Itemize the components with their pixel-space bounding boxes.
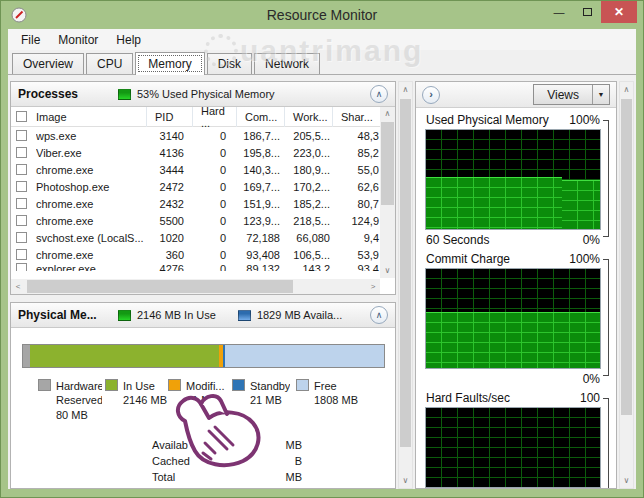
- process-cell: 180,9...: [282, 164, 332, 176]
- physical-memory-header[interactable]: Physical Me... 2146 MB In Use 1829 MB Av…: [11, 303, 395, 328]
- processes-title: Processes: [18, 87, 118, 101]
- left-pane-scroll-track[interactable]: [399, 97, 412, 473]
- table-vscroll-track[interactable]: [380, 121, 395, 264]
- chart-fill-segment: [562, 180, 600, 230]
- column-header-pid[interactable]: PID: [147, 107, 193, 127]
- processes-header[interactable]: Processes 53% Used Physical Memory ∧: [11, 82, 395, 107]
- process-cell: 123,9...: [232, 215, 282, 227]
- window-body: FileMonitorHelp OverviewCPUMemoryDiskNet…: [8, 29, 636, 489]
- column-header-shar[interactable]: Shar...: [333, 107, 380, 127]
- chart-pane-header: › Views ▼: [416, 82, 616, 108]
- bar-segment-free: [225, 345, 384, 367]
- process-row-chrome-exe[interactable]: chrome.exe24320151,9...185,2...80,7: [11, 195, 380, 212]
- menu-file[interactable]: File: [12, 31, 49, 49]
- main-area: Processes 53% Used Physical Memory ∧ Ima…: [8, 75, 636, 489]
- process-cell: 48,3: [332, 130, 380, 142]
- table-hscroll-track[interactable]: [25, 279, 366, 294]
- expand-chart-pane-button[interactable]: ›: [422, 86, 440, 104]
- collapse-physical-memory-button[interactable]: ∧: [370, 306, 388, 324]
- process-cell: 2472: [148, 181, 192, 193]
- row-checkbox[interactable]: [16, 249, 27, 260]
- process-cell: 66,080: [282, 232, 332, 244]
- tab-disk[interactable]: Disk: [207, 53, 252, 74]
- row-checkbox[interactable]: [16, 130, 27, 141]
- scroll-down-icon[interactable]: ∨: [380, 264, 395, 278]
- scroll-down-icon[interactable]: ∨: [399, 473, 412, 488]
- views-button[interactable]: Views ▼: [533, 84, 610, 105]
- views-dropdown-icon[interactable]: ▼: [592, 85, 609, 104]
- table-hscroll-thumb[interactable]: [27, 280, 293, 293]
- row-checkbox[interactable]: [16, 181, 27, 192]
- left-pane-scrollbar[interactable]: ∧ ∨: [398, 81, 413, 489]
- legend-value: 1808 MB: [314, 393, 358, 407]
- process-row-chrome-exe[interactable]: chrome.exe360093,408106,5...53,9: [11, 246, 380, 263]
- process-row-explorer-exe[interactable]: explorer.exe4276089,132143,293,4: [11, 263, 380, 271]
- legend-swatch-in-use: [105, 379, 118, 391]
- process-cell: 0: [192, 263, 232, 271]
- close-button[interactable]: ✕: [601, 1, 637, 23]
- row-checkbox[interactable]: [16, 147, 27, 158]
- charts-container: Used Physical Memory100%60 Seconds0%Comm…: [416, 108, 616, 488]
- process-cell: 170,2...: [282, 181, 332, 193]
- table-horizontal-scrollbar[interactable]: < >: [11, 279, 380, 294]
- process-cell: 140,3...: [232, 164, 282, 176]
- used-memory-status-label: 53% Used Physical Memory: [137, 88, 275, 100]
- process-row-photoshop-exe[interactable]: Photoshop.exe24720169,7...170,2...62,6: [11, 178, 380, 195]
- chart-title: Hard Faults/sec: [426, 391, 580, 405]
- menu-help[interactable]: Help: [107, 31, 150, 49]
- process-row-chrome-exe[interactable]: chrome.exe34440140,3...180,9...55,0: [11, 161, 380, 178]
- chart-scale-bracket: [603, 398, 609, 488]
- minimize-button[interactable]: —: [545, 1, 573, 23]
- process-cell: 53,9: [332, 249, 380, 261]
- table-vscroll-thumb[interactable]: [381, 122, 394, 205]
- process-cell: 9,4: [332, 232, 380, 244]
- tab-memory[interactable]: Memory: [135, 52, 204, 75]
- process-name: Photoshop.exe: [36, 181, 148, 193]
- in-use-icon: [118, 310, 131, 321]
- scroll-right-icon[interactable]: >: [366, 279, 380, 294]
- process-name: explorer.exe: [36, 263, 148, 271]
- chart-pane-scroll-track[interactable]: [620, 97, 633, 473]
- column-header-image[interactable]: Image: [11, 107, 147, 127]
- left-column: Processes 53% Used Physical Memory ∧ Ima…: [10, 81, 396, 489]
- title-bar[interactable]: Resource Monitor — ✕: [1, 1, 643, 29]
- table-vertical-scrollbar[interactable]: ∧ ∨: [380, 107, 395, 278]
- chart-pane-scrollbar[interactable]: ∧ ∨: [619, 81, 634, 489]
- collapse-processes-button[interactable]: ∧: [370, 85, 388, 103]
- process-row-wps-exe[interactable]: wps.exe31400186,7...205,5...48,3: [11, 127, 380, 144]
- process-name: chrome.exe: [36, 215, 148, 227]
- chart-pane-scroll-thumb[interactable]: [621, 99, 632, 415]
- process-row-viber-exe[interactable]: Viber.exe41360195,8...223,0...85,2: [11, 144, 380, 161]
- scroll-up-icon[interactable]: ∧: [399, 82, 412, 97]
- process-name: chrome.exe: [36, 164, 148, 176]
- process-row-svchost-exe-locals[interactable]: svchost.exe (LocalS...1020072,18866,0809…: [11, 229, 380, 246]
- left-pane-scroll-thumb[interactable]: [400, 99, 411, 447]
- process-cell: 143,2: [282, 263, 332, 271]
- select-all-checkbox[interactable]: [16, 111, 27, 122]
- scroll-up-icon[interactable]: ∧: [380, 107, 395, 121]
- scroll-up-icon[interactable]: ∧: [620, 82, 633, 97]
- tab-overview[interactable]: Overview: [12, 53, 84, 74]
- menu-monitor[interactable]: Monitor: [49, 31, 107, 49]
- legend-swatch-hardware-reserved: [38, 379, 51, 391]
- row-checkbox[interactable]: [16, 263, 27, 271]
- row-checkbox[interactable]: [16, 198, 27, 209]
- scroll-left-icon[interactable]: <: [11, 279, 25, 294]
- chart-x-label: 60 Seconds: [426, 233, 583, 247]
- process-row-chrome-exe[interactable]: chrome.exe55000123,9...218,5...124,9: [11, 212, 380, 229]
- column-header-hard[interactable]: Hard ...: [193, 107, 237, 127]
- column-label: Image: [36, 111, 67, 123]
- column-header-work[interactable]: Work...: [285, 107, 333, 127]
- process-cell: 169,7...: [232, 181, 282, 193]
- chart-fill: [426, 130, 600, 229]
- row-checkbox[interactable]: [16, 215, 27, 226]
- views-button-label[interactable]: Views: [534, 85, 592, 104]
- column-header-com[interactable]: Com...: [237, 107, 285, 127]
- tab-cpu[interactable]: CPU: [86, 53, 133, 74]
- row-checkbox[interactable]: [16, 232, 27, 243]
- legend-free: Free1808 MB: [296, 379, 358, 422]
- maximize-button[interactable]: [573, 1, 601, 23]
- row-checkbox[interactable]: [16, 164, 27, 175]
- tab-network[interactable]: Network: [254, 53, 320, 74]
- scroll-down-icon[interactable]: ∨: [620, 473, 633, 488]
